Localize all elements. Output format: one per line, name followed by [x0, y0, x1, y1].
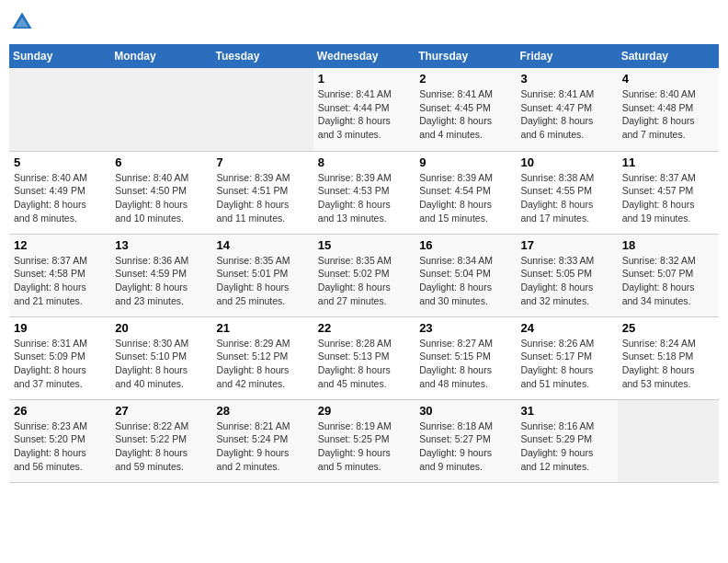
calendar-cell: 22Sunrise: 8:28 AMSunset: 5:13 PMDayligh… [313, 316, 415, 399]
weekday-header: Friday [516, 44, 617, 68]
day-info: Sunrise: 8:24 AMSunset: 5:18 PMDaylight:… [622, 337, 714, 391]
calendar-cell: 25Sunrise: 8:24 AMSunset: 5:18 PMDayligh… [618, 316, 719, 399]
calendar-cell: 27Sunrise: 8:22 AMSunset: 5:22 PMDayligh… [110, 399, 211, 482]
calendar-cell: 1Sunrise: 8:41 AMSunset: 4:44 PMDaylight… [313, 68, 415, 151]
day-info: Sunrise: 8:36 AMSunset: 4:59 PMDaylight:… [115, 254, 207, 308]
weekday-header: Monday [110, 44, 211, 68]
calendar-cell: 9Sunrise: 8:39 AMSunset: 4:54 PMDaylight… [415, 151, 516, 234]
calendar-cell: 29Sunrise: 8:19 AMSunset: 5:25 PMDayligh… [313, 399, 415, 482]
weekday-header: Tuesday [212, 44, 313, 68]
day-info: Sunrise: 8:16 AMSunset: 5:29 PMDaylight:… [520, 419, 612, 474]
calendar-cell: 19Sunrise: 8:31 AMSunset: 5:09 PMDayligh… [9, 316, 110, 399]
calendar-cell: 24Sunrise: 8:26 AMSunset: 5:17 PMDayligh… [516, 316, 617, 399]
day-info: Sunrise: 8:31 AMSunset: 5:09 PMDaylight:… [14, 337, 106, 391]
week-row: 12Sunrise: 8:37 AMSunset: 4:58 PMDayligh… [9, 234, 719, 316]
day-number: 6 [115, 155, 207, 169]
calendar-cell: 5Sunrise: 8:40 AMSunset: 4:49 PMDaylight… [9, 151, 110, 234]
day-info: Sunrise: 8:23 AMSunset: 5:20 PMDaylight:… [14, 419, 106, 474]
day-info: Sunrise: 8:39 AMSunset: 4:54 PMDaylight:… [419, 171, 511, 225]
day-info: Sunrise: 8:39 AMSunset: 4:51 PMDaylight:… [217, 171, 309, 225]
week-row: 1Sunrise: 8:41 AMSunset: 4:44 PMDaylight… [9, 68, 719, 151]
day-info: Sunrise: 8:29 AMSunset: 5:12 PMDaylight:… [217, 337, 309, 391]
day-info: Sunrise: 8:26 AMSunset: 5:17 PMDaylight:… [520, 337, 612, 391]
day-number: 5 [14, 155, 106, 169]
day-number: 24 [520, 321, 612, 335]
day-number: 12 [14, 238, 106, 252]
calendar-cell: 3Sunrise: 8:41 AMSunset: 4:47 PMDaylight… [516, 68, 617, 151]
day-info: Sunrise: 8:21 AMSunset: 5:24 PMDaylight:… [217, 419, 309, 474]
calendar-cell: 10Sunrise: 8:38 AMSunset: 4:55 PMDayligh… [516, 151, 617, 234]
weekday-header: Sunday [9, 44, 110, 68]
day-info: Sunrise: 8:38 AMSunset: 4:55 PMDaylight:… [520, 171, 612, 225]
calendar-cell [110, 68, 211, 151]
calendar-cell: 12Sunrise: 8:37 AMSunset: 4:58 PMDayligh… [9, 234, 110, 316]
day-number: 2 [419, 72, 511, 86]
day-number: 26 [14, 404, 106, 418]
day-info: Sunrise: 8:18 AMSunset: 5:27 PMDaylight:… [419, 419, 511, 474]
day-number: 11 [622, 155, 714, 169]
day-number: 15 [318, 238, 410, 252]
day-info: Sunrise: 8:41 AMSunset: 4:45 PMDaylight:… [419, 87, 511, 142]
day-number: 16 [419, 238, 511, 252]
day-info: Sunrise: 8:37 AMSunset: 4:57 PMDaylight:… [622, 171, 714, 225]
calendar-cell: 4Sunrise: 8:40 AMSunset: 4:48 PMDaylight… [618, 68, 719, 151]
calendar-cell: 2Sunrise: 8:41 AMSunset: 4:45 PMDaylight… [415, 68, 516, 151]
day-info: Sunrise: 8:41 AMSunset: 4:44 PMDaylight:… [318, 87, 410, 142]
day-info: Sunrise: 8:32 AMSunset: 5:07 PMDaylight:… [622, 254, 714, 308]
day-number: 30 [419, 404, 511, 418]
day-number: 31 [520, 404, 612, 418]
day-info: Sunrise: 8:39 AMSunset: 4:53 PMDaylight:… [318, 171, 410, 225]
day-number: 18 [622, 238, 714, 252]
calendar-cell: 23Sunrise: 8:27 AMSunset: 5:15 PMDayligh… [415, 316, 516, 399]
day-number: 28 [217, 404, 309, 418]
day-info: Sunrise: 8:34 AMSunset: 5:04 PMDaylight:… [419, 254, 511, 308]
calendar-cell: 13Sunrise: 8:36 AMSunset: 4:59 PMDayligh… [110, 234, 211, 316]
day-info: Sunrise: 8:40 AMSunset: 4:50 PMDaylight:… [115, 171, 207, 225]
week-row: 19Sunrise: 8:31 AMSunset: 5:09 PMDayligh… [9, 316, 719, 399]
calendar-cell: 31Sunrise: 8:16 AMSunset: 5:29 PMDayligh… [516, 399, 617, 482]
day-info: Sunrise: 8:37 AMSunset: 4:58 PMDaylight:… [14, 254, 106, 308]
calendar-cell [212, 68, 313, 151]
day-number: 9 [419, 155, 511, 169]
calendar-cell: 11Sunrise: 8:37 AMSunset: 4:57 PMDayligh… [618, 151, 719, 234]
day-number: 19 [14, 321, 106, 335]
day-number: 1 [318, 72, 410, 86]
page-header [9, 9, 719, 35]
calendar-cell [618, 399, 719, 482]
weekday-header: Thursday [415, 44, 516, 68]
calendar-cell [9, 68, 110, 151]
weekday-header-row: SundayMondayTuesdayWednesdayThursdayFrid… [9, 44, 719, 68]
day-number: 3 [520, 72, 612, 86]
day-number: 27 [115, 404, 207, 418]
day-number: 22 [318, 321, 410, 335]
calendar-cell: 15Sunrise: 8:35 AMSunset: 5:02 PMDayligh… [313, 234, 415, 316]
day-number: 10 [520, 155, 612, 169]
logo [9, 9, 39, 35]
calendar-cell: 26Sunrise: 8:23 AMSunset: 5:20 PMDayligh… [9, 399, 110, 482]
calendar-cell: 16Sunrise: 8:34 AMSunset: 5:04 PMDayligh… [415, 234, 516, 316]
day-number: 14 [217, 238, 309, 252]
day-number: 8 [318, 155, 410, 169]
weekday-header: Wednesday [313, 44, 415, 68]
calendar-cell: 20Sunrise: 8:30 AMSunset: 5:10 PMDayligh… [110, 316, 211, 399]
calendar-cell: 17Sunrise: 8:33 AMSunset: 5:05 PMDayligh… [516, 234, 617, 316]
day-info: Sunrise: 8:30 AMSunset: 5:10 PMDaylight:… [115, 337, 207, 391]
calendar-cell: 6Sunrise: 8:40 AMSunset: 4:50 PMDaylight… [110, 151, 211, 234]
day-number: 25 [622, 321, 714, 335]
calendar-table: SundayMondayTuesdayWednesdayThursdayFrid… [9, 44, 719, 483]
day-number: 13 [115, 238, 207, 252]
calendar-cell: 14Sunrise: 8:35 AMSunset: 5:01 PMDayligh… [212, 234, 313, 316]
day-number: 20 [115, 321, 207, 335]
calendar-cell: 18Sunrise: 8:32 AMSunset: 5:07 PMDayligh… [618, 234, 719, 316]
day-info: Sunrise: 8:19 AMSunset: 5:25 PMDaylight:… [318, 419, 410, 474]
day-info: Sunrise: 8:35 AMSunset: 5:02 PMDaylight:… [318, 254, 410, 308]
day-number: 23 [419, 321, 511, 335]
day-number: 7 [217, 155, 309, 169]
calendar-cell: 21Sunrise: 8:29 AMSunset: 5:12 PMDayligh… [212, 316, 313, 399]
calendar-cell: 30Sunrise: 8:18 AMSunset: 5:27 PMDayligh… [415, 399, 516, 482]
day-number: 29 [318, 404, 410, 418]
calendar-cell: 8Sunrise: 8:39 AMSunset: 4:53 PMDaylight… [313, 151, 415, 234]
day-info: Sunrise: 8:28 AMSunset: 5:13 PMDaylight:… [318, 337, 410, 391]
day-number: 21 [217, 321, 309, 335]
day-number: 17 [520, 238, 612, 252]
